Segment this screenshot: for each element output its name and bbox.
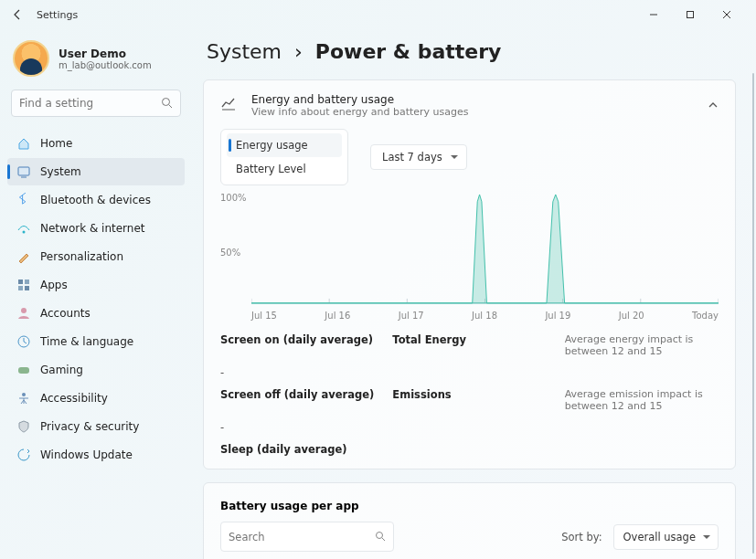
- x-tick: Jul 18: [472, 311, 497, 321]
- search-box[interactable]: [11, 90, 181, 117]
- svg-rect-4: [18, 167, 29, 175]
- maximize-button[interactable]: [672, 2, 708, 27]
- svg-line-3: [169, 105, 172, 108]
- priv-icon: [16, 419, 31, 434]
- wu-icon: [16, 448, 31, 462]
- svg-rect-13: [18, 367, 29, 374]
- sidebar-item-label: Windows Update: [40, 448, 133, 461]
- sidebar-item-label: Home: [40, 137, 72, 150]
- sort-label: Sort by:: [561, 531, 602, 543]
- sidebar-item-label: Gaming: [40, 364, 83, 376]
- pers-icon: [16, 249, 31, 264]
- svg-point-6: [23, 231, 26, 234]
- system-icon: [16, 164, 31, 179]
- note-emissions: Average emission impact is between 12 an…: [565, 388, 719, 412]
- sidebar-item-label: System: [40, 165, 81, 178]
- note-energy: Average energy impact is between 12 and …: [565, 333, 719, 357]
- search-input[interactable]: [19, 97, 161, 110]
- stat-total-energy-label: Total Energy: [392, 333, 466, 346]
- svg-point-2: [163, 98, 170, 105]
- chart-icon: [220, 96, 239, 116]
- y-label-50: 50%: [220, 248, 240, 258]
- sidebar-item-pers[interactable]: Personalization: [7, 243, 185, 270]
- x-tick: Jul 20: [619, 311, 644, 321]
- acct-icon: [16, 306, 31, 321]
- sidebar-item-acct[interactable]: Accounts: [7, 300, 185, 327]
- sort-dropdown[interactable]: Overall usage: [613, 524, 719, 550]
- svg-rect-7: [18, 280, 23, 284]
- x-tick: Jul 16: [325, 311, 350, 321]
- sidebar-item-net[interactable]: Network & internet: [7, 215, 185, 242]
- period-dropdown[interactable]: Last 7 days: [370, 144, 467, 170]
- y-label-100: 100%: [220, 193, 247, 203]
- svg-point-11: [21, 308, 27, 313]
- content: System › Power & battery Energy and batt…: [192, 29, 756, 559]
- sidebar-item-gaming[interactable]: Gaming: [7, 356, 185, 384]
- back-button[interactable]: [11, 7, 26, 22]
- user-block[interactable]: User Demo m_lab@outlook.com: [7, 35, 185, 90]
- time-icon: [16, 334, 31, 349]
- close-button[interactable]: [708, 2, 745, 27]
- sidebar-item-label: Apps: [40, 279, 68, 291]
- sidebar-item-apps[interactable]: Apps: [7, 271, 185, 299]
- svg-point-24: [377, 533, 383, 539]
- sidebar-item-label: Bluetooth & devices: [40, 194, 151, 206]
- svg-rect-10: [25, 286, 29, 290]
- collapse-button[interactable]: [708, 97, 719, 114]
- stat-screen-on-val: -: [220, 366, 374, 379]
- x-tick: Today: [692, 311, 719, 321]
- home-icon: [16, 136, 31, 151]
- sidebar: User Demo m_lab@outlook.com HomeSystemBl…: [0, 29, 192, 559]
- sidebar-item-priv[interactable]: Privacy & security: [7, 413, 185, 440]
- stat-screen-on-label: Screen on (daily average): [220, 333, 373, 346]
- nav-list: HomeSystemBluetooth & devicesNetwork & i…: [7, 130, 185, 469]
- sidebar-item-label: Network & internet: [40, 222, 145, 235]
- sidebar-item-label: Time & language: [40, 335, 133, 348]
- breadcrumb: System › Power & battery: [207, 40, 736, 63]
- stat-emissions-label: Emissions: [392, 388, 451, 401]
- net-icon: [16, 221, 31, 236]
- stat-screen-off-val: -: [220, 421, 374, 434]
- x-tick: Jul 19: [545, 311, 570, 321]
- tab-energy-usage[interactable]: Energy usage: [227, 133, 342, 157]
- app-search-box[interactable]: [220, 522, 394, 552]
- svg-line-25: [382, 538, 385, 541]
- sidebar-item-time[interactable]: Time & language: [7, 328, 185, 355]
- sidebar-item-label: Privacy & security: [40, 420, 139, 433]
- minimize-button[interactable]: [635, 2, 672, 27]
- sidebar-item-acc[interactable]: Accessibility: [7, 385, 185, 412]
- titlebar: Settings: [0, 0, 756, 29]
- window-title: Settings: [37, 9, 635, 21]
- svg-rect-9: [18, 286, 23, 290]
- tab-battery-level[interactable]: Battery Level: [227, 157, 342, 181]
- svg-rect-8: [25, 280, 29, 284]
- svg-rect-1: [687, 12, 694, 18]
- sidebar-item-system[interactable]: System: [7, 158, 185, 185]
- breadcrumb-parent[interactable]: System: [207, 40, 282, 63]
- chart-svg: [251, 193, 719, 304]
- sidebar-item-home[interactable]: Home: [7, 130, 185, 157]
- sidebar-item-label: Accessibility: [40, 392, 108, 405]
- x-labels: Jul 15Jul 16Jul 17Jul 18Jul 19Jul 20Toda…: [251, 311, 719, 321]
- sidebar-item-label: Accounts: [40, 307, 91, 320]
- app-search-input[interactable]: [229, 531, 375, 543]
- search-icon: [161, 95, 173, 112]
- apps-icon: [16, 278, 31, 292]
- stat-screen-off-label: Screen off (daily average): [220, 388, 374, 401]
- breadcrumb-leaf: Power & battery: [315, 40, 502, 63]
- card-title: Energy and battery usage: [251, 93, 469, 106]
- stats-grid: Screen on (daily average) Total Energy A…: [220, 333, 719, 456]
- scrollbar[interactable]: [752, 73, 754, 554]
- sidebar-item-bt[interactable]: Bluetooth & devices: [7, 186, 185, 214]
- avatar: [13, 40, 49, 77]
- sidebar-item-wu[interactable]: Windows Update: [7, 441, 185, 469]
- bt-icon: [16, 193, 31, 207]
- battery-per-app-header: Battery usage per app: [220, 500, 719, 512]
- svg-point-14: [22, 393, 26, 396]
- energy-card: Energy and battery usage View info about…: [203, 79, 736, 469]
- acc-icon: [16, 391, 31, 406]
- sidebar-item-label: Personalization: [40, 250, 123, 263]
- x-tick: Jul 15: [251, 311, 277, 321]
- chart: 100% 50% Jul 15Jul 16Jul 17Jul 18Jul 19J…: [220, 193, 719, 321]
- gaming-icon: [16, 363, 31, 377]
